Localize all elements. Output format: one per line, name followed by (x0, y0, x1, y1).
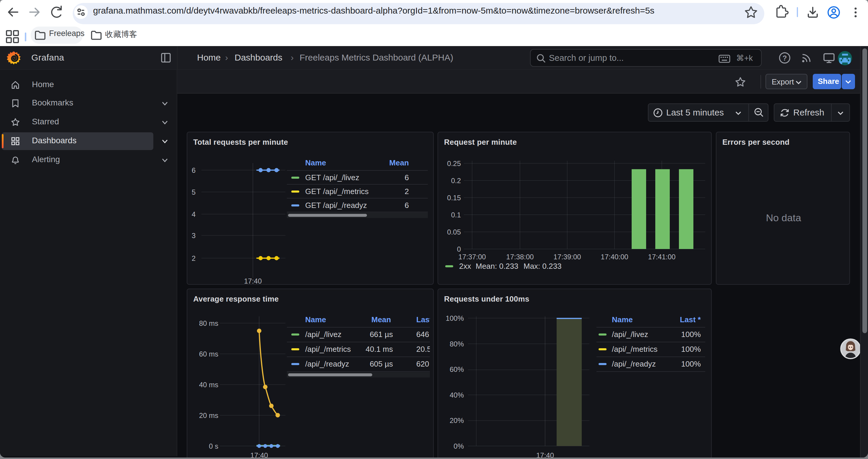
svg-text:20 ms: 20 ms (199, 412, 218, 419)
svg-text:6: 6 (192, 166, 195, 174)
svg-text:3: 3 (192, 232, 195, 239)
svg-text:0 s: 0 s (209, 442, 218, 450)
svg-text:0.15: 0.15 (447, 194, 461, 202)
svg-text:0.25: 0.25 (447, 160, 461, 167)
svg-text:100%: 100% (446, 314, 464, 322)
svg-text:17:40: 17:40 (536, 451, 554, 458)
svg-text:0.2: 0.2 (451, 177, 461, 185)
svg-text:80 ms: 80 ms (199, 319, 218, 327)
svg-text:17:37:00: 17:37:00 (458, 253, 486, 261)
svg-text:0.1: 0.1 (451, 211, 461, 219)
svg-text:0%: 0% (454, 442, 464, 450)
svg-text:?: ? (783, 54, 787, 62)
svg-text:20%: 20% (450, 417, 464, 424)
svg-text:17:40: 17:40 (250, 451, 268, 458)
svg-text:60%: 60% (450, 365, 464, 373)
svg-text:17:41:00: 17:41:00 (648, 253, 675, 261)
svg-text:17:40:00: 17:40:00 (601, 253, 628, 261)
svg-text:40 ms: 40 ms (199, 381, 218, 389)
svg-text:0.05: 0.05 (447, 228, 461, 236)
svg-text:2: 2 (192, 254, 195, 262)
svg-text:17:40: 17:40 (244, 277, 262, 285)
svg-text:40%: 40% (450, 391, 464, 399)
svg-text:60 ms: 60 ms (199, 350, 218, 358)
svg-text:17:39:00: 17:39:00 (553, 253, 581, 261)
svg-text:17:38:00: 17:38:00 (506, 253, 533, 261)
svg-text:5: 5 (192, 188, 195, 196)
svg-text:0: 0 (457, 245, 461, 253)
svg-text:80%: 80% (450, 340, 464, 348)
svg-text:4: 4 (192, 210, 195, 218)
